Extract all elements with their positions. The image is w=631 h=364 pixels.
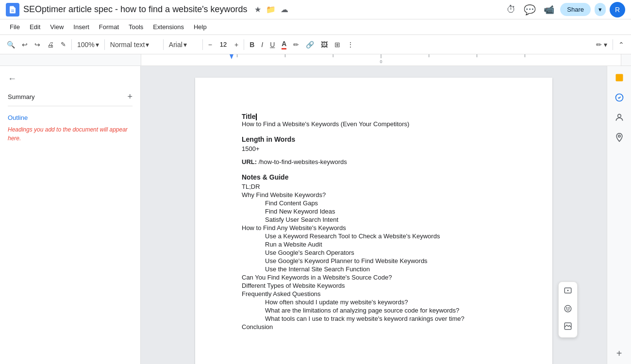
right-panel: + xyxy=(607,66,631,364)
inline-comment-toolbar xyxy=(558,281,578,338)
document-title: SEOptimer article spec - how to find a w… xyxy=(23,4,248,15)
doc-icon xyxy=(6,3,19,17)
contacts-icon-btn[interactable] xyxy=(612,110,627,128)
zoom-selector[interactable]: 100% ▾ xyxy=(74,39,102,50)
zoom-dropdown-icon: ▾ xyxy=(96,41,99,49)
line-tldr: TL;DR xyxy=(242,183,517,190)
line-website-audit: Run a Website Audit xyxy=(242,241,517,248)
inline-emoji-btn[interactable] xyxy=(561,301,575,318)
svg-marker-10 xyxy=(230,54,233,59)
sidebar: ← Summary + Outline Headings you add to … xyxy=(0,66,141,364)
doc-title-label: Title xyxy=(242,113,256,120)
toolbar-sep-1 xyxy=(71,39,72,50)
document-area[interactable]: Title How to Find a Website's Keywords (… xyxy=(141,66,607,364)
url-label: URL: xyxy=(242,158,257,165)
insert-image-btn[interactable]: 🖼 xyxy=(318,39,331,50)
svg-point-20 xyxy=(617,114,621,117)
menu-help[interactable]: Help xyxy=(190,21,211,33)
line-faq-3: What tools can I use to track my website… xyxy=(242,315,517,322)
font-size-value: 12 xyxy=(216,41,231,48)
font-size-plus-btn[interactable]: + xyxy=(232,39,241,50)
menu-bar: File Edit View Insert Format Tools Exten… xyxy=(0,19,631,35)
text-color-btn[interactable]: A xyxy=(279,38,289,51)
bold-btn[interactable]: B xyxy=(247,39,257,50)
menu-view[interactable]: View xyxy=(46,21,67,33)
line-keyword-planner: Use Google's Keyword Planner to Find Web… xyxy=(242,257,517,265)
url-value: /how-to-find-websites-keywords xyxy=(259,158,347,165)
pencil-mode-btn[interactable]: ✏ ▾ xyxy=(593,39,610,50)
share-button[interactable]: Share xyxy=(560,3,591,16)
user-avatar[interactable]: R xyxy=(610,2,625,17)
check-circle-icon-btn[interactable] xyxy=(612,90,627,108)
svg-point-21 xyxy=(618,135,620,137)
share-dropdown-arrow[interactable]: ▾ xyxy=(595,3,606,16)
sidebar-back-btn[interactable]: ← xyxy=(8,74,17,84)
highlight-btn[interactable]: ✏ xyxy=(290,39,302,50)
more-toolbar-btn[interactable]: ⋮ xyxy=(344,39,357,50)
video-icon[interactable]: 📹 xyxy=(542,2,556,17)
doc-title-value: How to Find a Website's Keywords (Even Y… xyxy=(242,120,517,128)
font-size-area: − 12 + xyxy=(205,39,241,50)
history-icon[interactable]: ⏱ xyxy=(504,2,518,17)
summary-section-header: Summary + xyxy=(8,92,133,102)
title-action-icons: ★ 📁 ☁ xyxy=(253,4,289,15)
menu-insert[interactable]: Insert xyxy=(69,21,93,33)
cloud-icon[interactable]: ☁ xyxy=(280,4,289,15)
redo-btn[interactable]: ↪ xyxy=(32,39,43,50)
italic-btn[interactable]: I xyxy=(258,39,266,50)
insert-btn[interactable]: ⊞ xyxy=(332,39,343,50)
summary-label: Summary xyxy=(8,93,35,100)
line-types: Different Types of Website Keywords xyxy=(242,282,517,289)
ruler: 0 xyxy=(0,54,631,66)
url-line: URL: /how-to-find-websites-keywords xyxy=(242,158,517,165)
font-family-label: Arial xyxy=(169,41,183,49)
menu-edit[interactable]: Edit xyxy=(26,21,44,33)
sticky-note-icon-btn[interactable] xyxy=(612,70,627,88)
underline-btn[interactable]: U xyxy=(267,39,278,50)
header-right: ⏱ 💬 📹 Share ▾ R xyxy=(504,2,625,17)
zoom-label: 100% xyxy=(77,41,95,49)
line-why: Why Find Website Keywords? xyxy=(242,191,517,199)
svg-point-16 xyxy=(569,308,570,309)
search-toolbar-btn[interactable]: 🔍 xyxy=(4,39,18,50)
line-internal-search: Use the Internal Site Search Function xyxy=(242,265,517,273)
link-btn[interactable]: 🔗 xyxy=(303,39,317,50)
menu-extensions[interactable]: Extensions xyxy=(149,21,188,33)
star-icon[interactable]: ★ xyxy=(253,4,262,15)
toolbar-sep-5 xyxy=(244,39,244,50)
document-page: Title How to Find a Website's Keywords (… xyxy=(195,78,552,364)
paint-format-btn[interactable]: ✎ xyxy=(58,39,69,50)
menu-format[interactable]: Format xyxy=(95,21,123,33)
comment-icon[interactable]: 💬 xyxy=(522,2,538,17)
font-family-selector[interactable]: Arial ▾ xyxy=(166,39,200,50)
inline-image-btn[interactable] xyxy=(561,319,575,335)
length-value: 1500+ xyxy=(242,145,517,152)
main-area: ← Summary + Outline Headings you add to … xyxy=(0,66,631,364)
toolbar-sep-4 xyxy=(202,39,203,50)
text-cursor xyxy=(256,114,257,120)
line-source-code: Can You Find Keywords in a Website's Sou… xyxy=(242,274,517,281)
folder-icon[interactable]: 📁 xyxy=(265,4,277,15)
sidebar-divider xyxy=(8,106,133,106)
title-bar: SEOptimer article spec - how to find a w… xyxy=(0,0,631,19)
menu-file[interactable]: File xyxy=(6,21,24,33)
collapse-toolbar-btn[interactable]: ⌃ xyxy=(615,39,627,50)
summary-add-btn[interactable]: + xyxy=(127,92,133,102)
text-color-icon: A xyxy=(282,40,286,50)
font-size-minus-btn[interactable]: − xyxy=(205,39,215,50)
map-pin-icon-btn[interactable] xyxy=(612,130,627,148)
print-btn[interactable]: 🖨 xyxy=(44,39,57,50)
svg-rect-18 xyxy=(615,74,623,82)
line-search-intent: Satisfy User Search Intent xyxy=(242,216,517,223)
line-conclusion: Conclusion xyxy=(242,323,517,331)
undo-btn[interactable]: ↩ xyxy=(19,39,31,50)
svg-point-14 xyxy=(565,305,571,312)
toolbar-sep-2 xyxy=(104,39,105,50)
ruler-inner: 0 xyxy=(141,54,621,66)
normal-text-selector[interactable]: Normal text ▾ xyxy=(107,39,161,50)
svg-point-15 xyxy=(566,308,567,309)
inline-add-comment-btn[interactable] xyxy=(561,284,575,300)
menu-tools[interactable]: Tools xyxy=(125,21,147,33)
outline-hint: Headings you add to the document will ap… xyxy=(8,125,133,143)
right-panel-add-btn[interactable]: + xyxy=(613,347,626,360)
